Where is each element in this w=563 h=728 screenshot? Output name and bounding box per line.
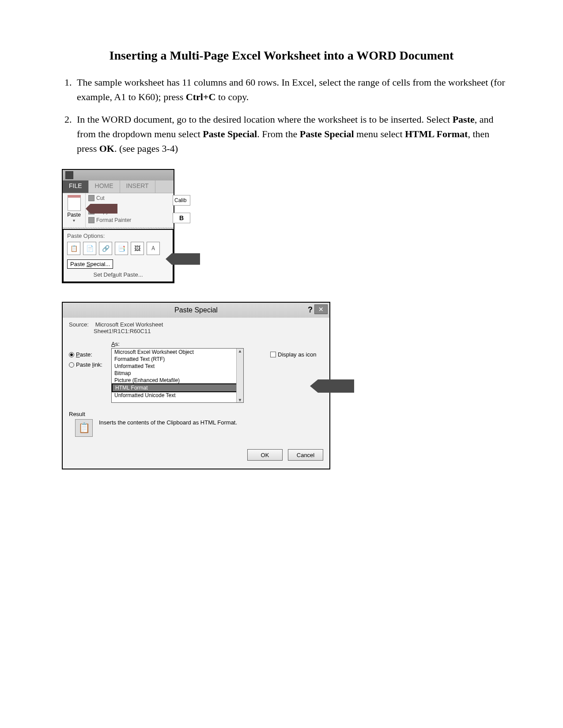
radio-group: Paste: Paste link: [69, 341, 107, 403]
brush-icon [88, 217, 94, 223]
scroll-up-icon[interactable]: ▲ [238, 349, 242, 353]
list-item[interactable]: Bitmap [112, 370, 243, 377]
instruction-list: The sample worksheet has 11 columns and … [57, 75, 506, 156]
ok-button[interactable]: OK [247, 449, 283, 461]
callout-arrow-icon [166, 253, 200, 265]
list-item[interactable]: Unformatted Unicode Text [112, 392, 243, 399]
list-item[interactable]: Picture (Enhanced Metafile) [112, 377, 243, 384]
checkbox-icon [270, 352, 276, 357]
titlebar [63, 170, 174, 180]
chevron-down-icon[interactable]: ▾ [73, 218, 75, 223]
paste-dropdown-menu: Paste Options: 📋 📄 🔗 📑 🖼 Ａ Paste Special… [63, 229, 174, 282]
list-item[interactable]: Microsoft Excel Worksheet Object [112, 349, 243, 356]
set-default-paste-menu-item[interactable]: Set Default Paste... [67, 271, 169, 278]
instruction-step-1: The sample worksheet has 11 columns and … [74, 75, 506, 104]
paste-split-button[interactable]: Paste ▾ [63, 193, 86, 227]
paste-special-dialog: Paste Special ? ✕ Source: Microsoft Exce… [62, 302, 330, 469]
paste-option-6-icon[interactable]: Ａ [147, 242, 160, 255]
word-ribbon-figure: FILE HOME INSERT Paste ▾ Cut Copy Format… [62, 169, 174, 283]
paste-label: Paste [67, 212, 81, 218]
result-section: Result 📋 Inserts the contents of the Cli… [69, 411, 323, 437]
ribbon-tabs: FILE HOME INSERT [63, 180, 174, 193]
list-item[interactable]: Formatted Text (RTF) [112, 356, 243, 363]
source-line: Source: Microsoft Excel Worksheet [69, 321, 323, 328]
source-line-2: Sheet1!R1C1:R60C11 [69, 328, 323, 334]
font-family-selector[interactable]: Calib [173, 195, 190, 206]
scissors-icon [88, 195, 94, 201]
tab-home[interactable]: HOME [89, 180, 120, 193]
radio-icon [69, 362, 74, 368]
callout-arrow-icon [310, 379, 354, 393]
close-button[interactable]: ✕ [314, 304, 328, 314]
callout-arrow-icon [86, 204, 117, 214]
cut-button[interactable]: Cut [88, 195, 171, 201]
dialog-title: Paste Special [174, 306, 218, 314]
scrollbar[interactable]: ▲▼ [236, 349, 243, 402]
list-item[interactable]: Unformatted Text [112, 363, 243, 370]
cancel-button[interactable]: Cancel [288, 449, 323, 461]
paste-option-4-icon[interactable]: 📑 [115, 242, 128, 255]
dialog-titlebar: Paste Special ? ✕ [63, 303, 329, 318]
format-painter-button[interactable]: Format Painter [88, 217, 171, 223]
paste-options-heading: Paste Options: [67, 233, 169, 239]
help-button[interactable]: ? [308, 305, 313, 315]
paste-icon [68, 195, 81, 211]
clipboard-result-icon: 📋 [75, 419, 93, 437]
format-listbox[interactable]: Microsoft Excel Worksheet Object Formatt… [111, 348, 244, 403]
instruction-step-2: In the WORD document, go to the desired … [74, 112, 506, 156]
paste-option-5-icon[interactable]: 🖼 [131, 242, 144, 255]
radio-paste[interactable]: Paste: [69, 351, 107, 358]
radio-paste-link[interactable]: Paste link: [69, 361, 107, 368]
result-label: Result [69, 411, 323, 417]
ribbon-home-group: Paste ▾ Cut Copy Format Painter Calib B [63, 193, 174, 227]
right-column: Display as icon [270, 341, 323, 403]
paste-options-icons: 📋 📄 🔗 📑 🖼 Ａ [67, 242, 169, 255]
dialog-body: Source: Microsoft Excel Worksheet Sheet1… [63, 318, 329, 469]
clipboard-group: Cut Copy Format Painter Calib B [86, 193, 174, 227]
paste-option-1-icon[interactable]: 📋 [67, 242, 80, 255]
result-text: Inserts the contents of the Clipboard as… [99, 419, 237, 426]
paste-option-2-icon[interactable]: 📄 [83, 242, 96, 255]
paste-special-row: Paste Special... [67, 259, 169, 269]
scroll-down-icon[interactable]: ▼ [238, 398, 242, 402]
as-label: As: [111, 341, 266, 347]
radio-icon [69, 352, 74, 357]
paste-special-menu-item[interactable]: Paste Special... [67, 259, 113, 269]
paste-option-3-icon[interactable]: 🔗 [99, 242, 112, 255]
format-list-column: As: Microsoft Excel Worksheet Object For… [111, 341, 266, 403]
dialog-buttons: OK Cancel [69, 449, 323, 462]
tab-file[interactable]: FILE [63, 180, 89, 193]
display-as-icon-checkbox[interactable]: Display as icon [270, 351, 323, 358]
word-app-icon [65, 171, 73, 179]
page-title: Inserting a Multi-Page Excel Worksheet i… [57, 49, 506, 63]
bold-button[interactable]: B [173, 213, 190, 223]
tab-insert[interactable]: INSERT [120, 180, 155, 193]
list-item-selected[interactable]: HTML Format [112, 383, 243, 392]
